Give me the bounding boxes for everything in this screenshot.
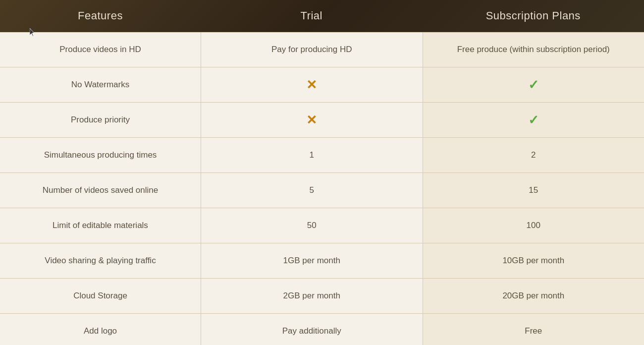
features-header: Features: [0, 0, 201, 32]
feature-cell: Add logo: [0, 314, 201, 345]
table-row: Simultaneous producing times12: [0, 138, 644, 173]
comparison-table: Features Trial Subscription Plans Produc…: [0, 0, 644, 345]
trial-cell: 5: [201, 173, 423, 208]
table-row: Number of videos saved online515: [0, 173, 644, 208]
trial-header: Trial: [201, 0, 423, 32]
table-row: Cloud Storage2GB per month20GB per month: [0, 279, 644, 314]
subscription-cell: 2: [423, 138, 644, 172]
table-row: Add logoPay additionallyFree: [0, 314, 644, 345]
feature-cell: Number of videos saved online: [0, 173, 201, 208]
feature-cell: Simultaneous producing times: [0, 138, 201, 172]
feature-cell: Produce priority: [0, 103, 201, 137]
feature-cell: No Watermarks: [0, 67, 201, 102]
table-row: Video sharing & playing traffic1GB per m…: [0, 243, 644, 279]
subscription-cell: 10GB per month: [423, 243, 644, 278]
feature-cell: Cloud Storage: [0, 279, 201, 313]
table-row: Limit of editable materials50100: [0, 208, 644, 243]
subscription-cell: Free produce (within subscription period…: [423, 32, 644, 67]
check-icon: ✓: [528, 113, 539, 128]
subscription-cell: Free: [423, 314, 644, 345]
trial-cell: 2GB per month: [201, 279, 423, 313]
table-row: Produce videos in HDPay for producing HD…: [0, 32, 644, 67]
table-row: No Watermarks✕✓: [0, 67, 644, 103]
subscription-header: Subscription Plans: [423, 0, 644, 32]
subscription-cell: 20GB per month: [423, 279, 644, 313]
table-header: Features Trial Subscription Plans: [0, 0, 644, 32]
feature-cell: Limit of editable materials: [0, 208, 201, 243]
table-body: Produce videos in HDPay for producing HD…: [0, 32, 644, 345]
subscription-cell: ✓: [423, 103, 644, 137]
feature-cell: Produce videos in HD: [0, 32, 201, 67]
trial-cell: 1GB per month: [201, 243, 423, 278]
trial-cell: 50: [201, 208, 423, 243]
x-icon: ✕: [306, 77, 317, 93]
trial-cell: ✕: [201, 67, 423, 102]
x-icon: ✕: [306, 113, 317, 128]
trial-cell: Pay for producing HD: [201, 32, 423, 67]
subscription-cell: 15: [423, 173, 644, 208]
trial-cell: ✕: [201, 103, 423, 137]
subscription-cell: ✓: [423, 67, 644, 102]
feature-cell: Video sharing & playing traffic: [0, 243, 201, 278]
trial-cell: 1: [201, 138, 423, 172]
trial-cell: Pay additionally: [201, 314, 423, 345]
table-row: Produce priority✕✓: [0, 103, 644, 138]
subscription-cell: 100: [423, 208, 644, 243]
check-icon: ✓: [528, 77, 539, 93]
